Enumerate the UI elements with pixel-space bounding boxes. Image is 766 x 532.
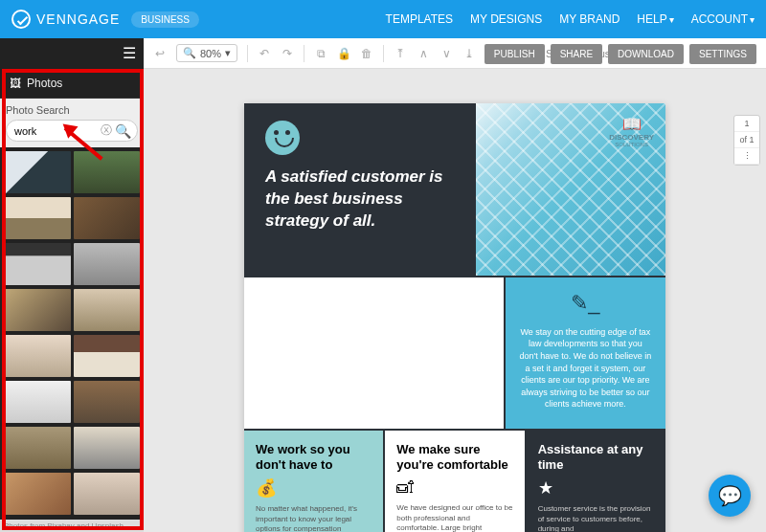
chat-button[interactable]: 💬 bbox=[709, 475, 751, 517]
photo-thumb[interactable] bbox=[74, 151, 141, 193]
search-icon[interactable]: 🔍 bbox=[115, 123, 131, 139]
sidebar-toggle-area: ☰ bbox=[0, 38, 144, 69]
hero-section: A satisfied customer is the best busines… bbox=[244, 103, 665, 276]
mid-section: ✎_ We stay on the cutting edge of tax la… bbox=[244, 276, 665, 429]
zoom-value: 80% bbox=[200, 48, 221, 59]
clear-search-icon[interactable]: ⓧ bbox=[101, 122, 112, 139]
bring-front-icon[interactable]: ⤒ bbox=[394, 47, 407, 60]
photo-thumb[interactable] bbox=[4, 335, 71, 377]
nav-help[interactable]: HELP bbox=[637, 12, 673, 26]
photo-thumb[interactable] bbox=[4, 289, 71, 331]
download-button[interactable]: DOWNLOAD bbox=[608, 44, 684, 64]
canvas-area[interactable]: 1 of 1 ⋮ A satisfied customer is the bes… bbox=[144, 69, 766, 532]
logo-icon bbox=[11, 10, 31, 29]
search-row: ⓧ 🔍 bbox=[6, 120, 138, 142]
mid-text[interactable]: We stay on the cutting edge of tax law d… bbox=[519, 326, 652, 410]
photo-thumb[interactable] bbox=[74, 197, 141, 239]
photo-thumb[interactable] bbox=[74, 335, 141, 377]
search-area: Photo Search ⓧ 🔍 bbox=[0, 99, 144, 147]
move-down-icon[interactable]: ∨ bbox=[439, 47, 453, 60]
page-control[interactable]: 1 of 1 ⋮ bbox=[733, 115, 760, 166]
brand-logo[interactable]: 📖 DISCOVERY SOLUTIONS bbox=[609, 115, 654, 147]
panel-title: Photos bbox=[27, 77, 62, 90]
book-icon: 📖 bbox=[609, 115, 654, 133]
photo-thumb[interactable] bbox=[4, 473, 71, 515]
col-body[interactable]: Customer service is the provision of ser… bbox=[538, 504, 654, 532]
photo-thumb[interactable] bbox=[4, 427, 71, 469]
redo-icon[interactable]: ↷ bbox=[281, 47, 294, 60]
photo-thumb[interactable] bbox=[4, 197, 71, 239]
col-body[interactable]: No matter what happened, it's important … bbox=[256, 504, 372, 532]
move-up-icon[interactable]: ∧ bbox=[417, 47, 430, 60]
photo-credit: Photos from Pixabay and Unsplash bbox=[0, 520, 144, 532]
mid-image-placeholder[interactable] bbox=[244, 277, 506, 429]
send-back-icon[interactable]: ⤓ bbox=[462, 47, 476, 60]
brand-sub: SOLUTIONS bbox=[609, 142, 654, 147]
photo-thumb[interactable] bbox=[74, 473, 141, 515]
col-body[interactable]: We have designed our office to be both p… bbox=[396, 503, 512, 532]
plan-badge[interactable]: BUSINESS bbox=[131, 11, 199, 28]
star-icon: ★ bbox=[538, 477, 654, 499]
action-buttons: PUBLISH SHARE DOWNLOAD SETTINGS bbox=[484, 44, 756, 64]
hero-text-block[interactable]: A satisfied customer is the best busines… bbox=[244, 103, 476, 276]
hero-title[interactable]: A satisfied customer is the best busines… bbox=[265, 166, 455, 233]
top-nav: TEMPLATES MY DESIGNS MY BRAND HELP ACCOU… bbox=[386, 12, 755, 26]
money-icon: 💰 bbox=[256, 477, 372, 499]
settings-button[interactable]: SETTINGS bbox=[689, 44, 756, 64]
photo-thumb[interactable] bbox=[4, 243, 71, 285]
undo-icon[interactable]: ↶ bbox=[258, 47, 271, 60]
lock-icon[interactable]: 🔒 bbox=[337, 47, 350, 60]
col-title[interactable]: We make sure you're comfortable bbox=[396, 442, 512, 472]
col-title[interactable]: Assistance at any time bbox=[538, 442, 654, 472]
column-2[interactable]: We make sure you're comfortable 🛋 We hav… bbox=[383, 431, 526, 532]
photo-thumb[interactable] bbox=[4, 381, 71, 423]
column-3[interactable]: Assistance at any time ★ Customer servic… bbox=[527, 431, 665, 532]
photo-thumb[interactable] bbox=[74, 243, 141, 285]
nav-account[interactable]: ACCOUNT bbox=[691, 12, 755, 26]
copy-icon[interactable]: ⧉ bbox=[314, 47, 327, 60]
page-total: of 1 bbox=[734, 132, 759, 148]
chat-icon: 💬 bbox=[718, 484, 742, 507]
columns-section: We work so you don't have to 💰 No matter… bbox=[244, 429, 665, 532]
panel-header: 🖼 Photos bbox=[0, 69, 144, 99]
nav-my-brand[interactable]: MY BRAND bbox=[559, 12, 620, 26]
photo-thumb[interactable] bbox=[74, 427, 141, 469]
delete-icon[interactable]: 🗑 bbox=[360, 47, 373, 60]
pen-icon: ✎_ bbox=[519, 289, 652, 319]
search-label: Photo Search bbox=[6, 104, 138, 116]
page-current: 1 bbox=[734, 116, 759, 132]
brand-name-text: DISCOVERY bbox=[609, 133, 654, 142]
column-1[interactable]: We work so you don't have to 💰 No matter… bbox=[244, 431, 383, 532]
logo[interactable]: VENNGAGE bbox=[11, 10, 120, 29]
nav-my-designs[interactable]: MY DESIGNS bbox=[470, 12, 542, 26]
col-title[interactable]: We work so you don't have to bbox=[256, 442, 372, 472]
smiley-icon[interactable] bbox=[265, 121, 300, 155]
mid-text-block[interactable]: ✎_ We stay on the cutting edge of tax la… bbox=[506, 277, 665, 429]
publish-button[interactable]: PUBLISH bbox=[484, 44, 545, 64]
image-icon: 🖼 bbox=[10, 77, 21, 90]
photo-thumb[interactable] bbox=[74, 381, 141, 423]
brand-name: VENNGAGE bbox=[36, 11, 120, 27]
nav-templates[interactable]: TEMPLATES bbox=[386, 12, 453, 26]
photo-thumb[interactable] bbox=[74, 289, 141, 331]
zoom-control[interactable]: 🔍 80% ▾ bbox=[176, 44, 237, 62]
share-button[interactable]: SHARE bbox=[551, 44, 602, 64]
photo-thumb[interactable] bbox=[4, 151, 71, 193]
undo-stack-icon[interactable]: ↩ bbox=[153, 47, 167, 60]
search-input[interactable] bbox=[12, 123, 98, 139]
couch-icon: 🛋 bbox=[396, 477, 512, 498]
top-bar: VENNGAGE BUSINESS TEMPLATES MY DESIGNS M… bbox=[0, 0, 766, 38]
photo-sidebar: 🖼 Photos Photo Search ⓧ 🔍 Photos from Pi… bbox=[0, 69, 144, 532]
hero-image[interactable]: 📖 DISCOVERY SOLUTIONS bbox=[476, 103, 665, 276]
page-more-icon[interactable]: ⋮ bbox=[734, 148, 759, 165]
flyer-canvas[interactable]: A satisfied customer is the best busines… bbox=[244, 103, 665, 532]
hamburger-icon[interactable]: ☰ bbox=[123, 44, 136, 62]
photo-grid bbox=[0, 147, 144, 520]
